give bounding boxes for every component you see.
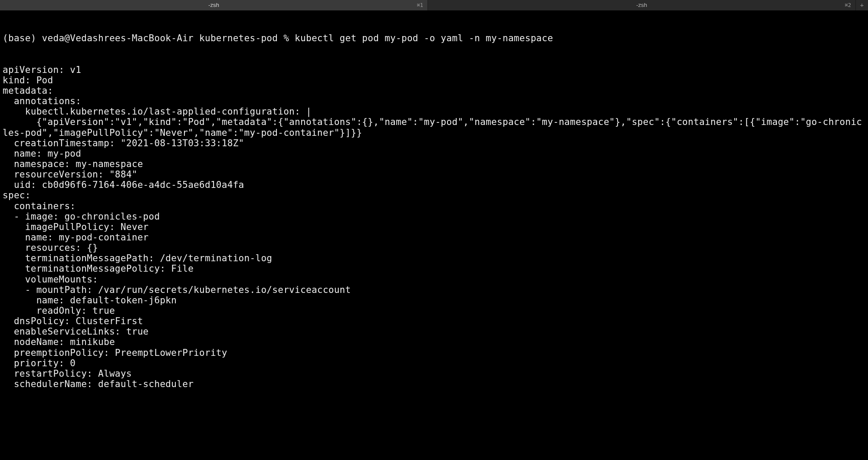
output-line: uid: cb0d96f6-7164-406e-a4dc-55ae6d10a4f… [3, 180, 865, 190]
tab-title: -zsh [208, 0, 219, 10]
output-line: enableServiceLinks: true [3, 326, 865, 337]
output-line: preemptionPolicy: PreemptLowerPriority [3, 348, 865, 358]
output-line: priority: 0 [3, 358, 865, 368]
output-line: - mountPath: /var/run/secrets/kubernetes… [3, 285, 865, 295]
output-line: schedulerName: default-scheduler [3, 379, 865, 389]
output-line: spec: [3, 190, 865, 200]
plus-icon: + [860, 0, 864, 10]
tab-2[interactable]: -zsh ⌘2 [428, 0, 856, 10]
output-line: metadata: [3, 85, 865, 96]
output-line: readOnly: true [3, 306, 865, 316]
output-line: annotations: [3, 96, 865, 106]
output-line: terminationMessagePolicy: File [3, 263, 865, 274]
output-line: name: my-pod-container [3, 232, 865, 243]
output-line: kubectl.kubernetes.io/last-applied-confi… [3, 106, 865, 117]
terminal-output: apiVersion: v1kind: Podmetadata: annotat… [3, 65, 865, 389]
output-line: - image: go-chronicles-pod [3, 211, 865, 222]
output-line: name: my-pod [3, 148, 865, 159]
prompt-line: (base) veda@Vedashrees-MacBook-Air kuber… [3, 33, 865, 43]
tab-title: -zsh [636, 0, 647, 10]
tab-1[interactable]: -zsh ⌘1 [0, 0, 428, 10]
command: kubectl get pod my-pod -o yaml -n my-nam… [295, 33, 553, 43]
output-line: kind: Pod [3, 75, 865, 85]
terminal-viewport[interactable]: (base) veda@Vedashrees-MacBook-Air kuber… [0, 10, 868, 400]
add-tab-button[interactable]: + [856, 0, 868, 10]
prompt: (base) veda@Vedashrees-MacBook-Air kuber… [3, 33, 295, 43]
tab-shortcut: ⌘1 [417, 0, 423, 10]
output-line: creationTimestamp: "2021-08-13T03:33:18Z… [3, 138, 865, 148]
output-line: {"apiVersion":"v1","kind":"Pod","metadat… [3, 117, 865, 138]
output-line: restartPolicy: Always [3, 368, 865, 379]
output-line: name: default-token-j6pkn [3, 295, 865, 306]
output-line: dnsPolicy: ClusterFirst [3, 316, 865, 326]
tab-bar: -zsh ⌘1 -zsh ⌘2 + [0, 0, 868, 10]
output-line: nodeName: minikube [3, 337, 865, 347]
output-line: namespace: my-namespace [3, 159, 865, 169]
output-line: apiVersion: v1 [3, 65, 865, 75]
output-line: imagePullPolicy: Never [3, 222, 865, 232]
tab-shortcut: ⌘2 [845, 0, 851, 10]
output-line: volumeMounts: [3, 274, 865, 285]
output-line: resources: {} [3, 243, 865, 253]
output-line: resourceVersion: "884" [3, 169, 865, 180]
output-line: terminationMessagePath: /dev/termination… [3, 253, 865, 263]
output-line: containers: [3, 201, 865, 211]
